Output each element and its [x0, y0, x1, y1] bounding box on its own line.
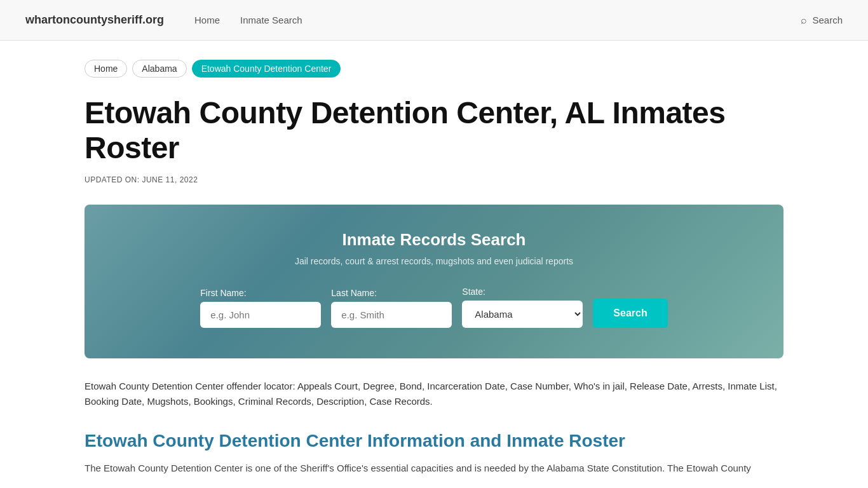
search-icon: ⌕	[801, 15, 807, 26]
search-form: First Name: Last Name: State: AlabamaAla…	[123, 287, 745, 328]
last-name-label: Last Name:	[331, 288, 377, 298]
section-body: The Etowah County Detention Center is on…	[85, 461, 783, 476]
nav-links: Home Inmate Search	[194, 15, 801, 25]
search-panel-title: Inmate Records Search	[123, 230, 745, 250]
main-content: Home Alabama Etowah County Detention Cen…	[59, 41, 809, 488]
first-name-group: First Name:	[200, 288, 321, 328]
breadcrumb-home[interactable]: Home	[85, 60, 127, 78]
page-title: Etowah County Detention Center, AL Inmat…	[85, 95, 783, 165]
nav-home-link[interactable]: Home	[194, 15, 220, 25]
last-name-input[interactable]	[331, 302, 452, 328]
first-name-input[interactable]	[200, 302, 321, 328]
description-text: Etowah County Detention Center offender …	[85, 379, 783, 409]
state-group: State: AlabamaAlaskaArizonaArkansasCalif…	[462, 287, 583, 328]
nav-brand[interactable]: whartoncountysheriff.org	[25, 13, 164, 27]
search-button[interactable]: Search	[593, 299, 667, 328]
updated-date: UPDATED ON: JUNE 11, 2022	[85, 175, 783, 184]
nav-search-button[interactable]: ⌕ Search	[801, 15, 843, 26]
state-select[interactable]: AlabamaAlaskaArizonaArkansasCaliforniaCo…	[462, 301, 583, 328]
section-title: Etowah County Detention Center Informati…	[85, 430, 783, 452]
first-name-label: First Name:	[200, 288, 246, 298]
search-panel-subtitle: Jail records, court & arrest records, mu…	[123, 256, 745, 266]
breadcrumb-alabama[interactable]: Alabama	[132, 60, 186, 78]
header: whartoncountysheriff.org Home Inmate Sea…	[0, 0, 868, 41]
state-label: State:	[462, 287, 485, 297]
breadcrumb-detention-center[interactable]: Etowah County Detention Center	[192, 60, 341, 78]
breadcrumb: Home Alabama Etowah County Detention Cen…	[85, 60, 783, 78]
search-panel: Inmate Records Search Jail records, cour…	[85, 205, 783, 358]
last-name-group: Last Name:	[331, 288, 452, 328]
nav-search-label: Search	[812, 15, 843, 25]
nav-inmate-search-link[interactable]: Inmate Search	[240, 15, 302, 25]
